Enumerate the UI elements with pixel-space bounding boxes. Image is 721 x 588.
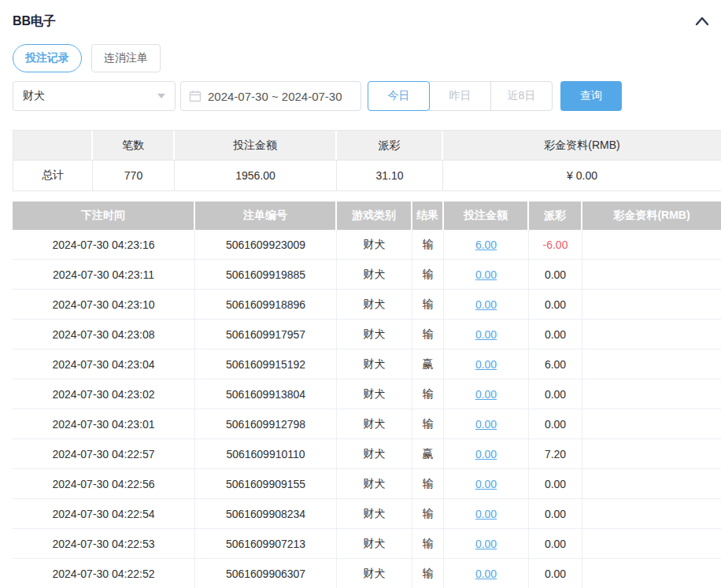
payout-cell: 0.00	[529, 320, 582, 349]
summary-total-bet-amount: 1956.00	[175, 160, 337, 190]
game-type-cell: 财犬	[337, 349, 412, 379]
bet-amount-link[interactable]: 0.00	[475, 388, 497, 401]
bet-amount-link[interactable]: 0.00	[475, 568, 497, 580]
bet-table-body: 2024-07-30 04:23:16 5061609923009 财犬 输 6…	[13, 230, 721, 588]
result-cell: 输	[412, 469, 444, 499]
calendar-icon	[189, 90, 202, 102]
bet-records-panel: BB电子 投注记录 连消注单 财犬 2024-07-30 ~ 2024-07-3…	[0, 0, 721, 588]
header-game-type: 游戏类别	[337, 202, 412, 230]
bet-amount-link[interactable]: 6.00	[475, 239, 497, 251]
bet-time-cell: 2024-07-30 04:22:54	[13, 499, 195, 529]
game-type-cell: 财犬	[337, 320, 412, 349]
game-select[interactable]: 财犬	[13, 81, 176, 111]
bonus-cell	[582, 260, 721, 290]
bet-amount-link[interactable]: 0.00	[475, 508, 497, 520]
bonus-cell	[582, 290, 721, 320]
header-order-number: 注单编号	[195, 202, 337, 230]
page-title: BB电子	[13, 13, 56, 30]
bet-time-cell: 2024-07-30 04:22:52	[13, 559, 195, 588]
tab-bet-records[interactable]: 投注记录	[13, 44, 82, 72]
payout-cell: 0.00	[529, 559, 582, 588]
bet-time-cell: 2024-07-30 04:23:10	[13, 290, 195, 320]
bonus-cell	[582, 529, 721, 559]
bet-time-cell: 2024-07-30 04:23:11	[13, 260, 195, 290]
table-row: 2024-07-30 04:22:53 5061609907213 财犬 输 0…	[13, 529, 721, 559]
summary-header-row: 笔数 投注金额 派彩 彩金资料(RMB)	[13, 131, 721, 160]
collapse-panel-button[interactable]	[694, 15, 710, 28]
result-cell: 输	[412, 559, 444, 588]
bet-amount-cell: 0.00	[444, 409, 529, 439]
game-type-cell: 财犬	[337, 230, 412, 260]
caret-down-icon	[157, 94, 165, 98]
bonus-cell	[582, 379, 721, 409]
payout-cell: 0.00	[529, 409, 582, 439]
bet-amount-link[interactable]: 0.00	[475, 328, 497, 341]
bet-amount-cell: 0.00	[444, 260, 529, 290]
game-type-cell: 财犬	[337, 469, 412, 499]
summary-total-bonus: ¥ 0.00	[443, 160, 721, 190]
bet-amount-link[interactable]: 0.00	[475, 448, 497, 460]
header-bet-amount: 投注金额	[444, 202, 529, 230]
header-result: 结果	[412, 202, 444, 230]
yesterday-button[interactable]: 昨日	[429, 81, 491, 111]
payout-cell: -6.00	[529, 230, 582, 260]
date-range-input[interactable]: 2024-07-30 ~ 2024-07-30	[180, 81, 361, 111]
order-number-cell: 5061609907213	[195, 529, 337, 559]
last-8-days-button[interactable]: 近8日	[490, 81, 553, 111]
payout-cell: 0.00	[529, 529, 582, 559]
bonus-cell	[582, 230, 721, 260]
bet-amount-link[interactable]: 0.00	[475, 478, 497, 490]
bet-amount-cell: 0.00	[444, 320, 529, 349]
bet-amount-link[interactable]: 0.00	[475, 298, 497, 311]
table-row: 2024-07-30 04:22:52 5061609906307 财犬 输 0…	[13, 559, 721, 588]
summary-table: 笔数 投注金额 派彩 彩金资料(RMB) 总计 770 1956.00 31.1…	[13, 130, 721, 191]
bet-amount-cell: 0.00	[444, 290, 529, 320]
bonus-cell	[582, 409, 721, 439]
tab-cancelled-orders[interactable]: 连消注单	[91, 44, 161, 72]
result-cell: 输	[412, 499, 444, 529]
table-row: 2024-07-30 04:23:16 5061609923009 财犬 输 6…	[13, 230, 721, 260]
bet-time-cell: 2024-07-30 04:23:02	[13, 379, 195, 409]
bonus-cell	[582, 320, 721, 349]
bet-amount-link[interactable]: 0.00	[475, 268, 497, 281]
bet-time-cell: 2024-07-30 04:23:16	[13, 230, 195, 260]
bet-amount-link[interactable]: 0.00	[475, 418, 497, 431]
summary-total-payout: 31.10	[337, 160, 443, 190]
filter-bar: 财犬 2024-07-30 ~ 2024-07-30 今日 昨日 近8日 查询	[13, 81, 721, 111]
result-cell: 输	[412, 290, 444, 320]
table-row: 2024-07-30 04:23:04 5061609915192 财犬 赢 0…	[13, 349, 721, 379]
search-button[interactable]: 查询	[560, 81, 622, 111]
header-bonus: 彩金资料(RMB)	[582, 202, 721, 230]
game-type-cell: 财犬	[337, 499, 412, 529]
bet-amount-link[interactable]: 0.00	[475, 538, 497, 550]
order-number-cell: 5061609913804	[195, 379, 337, 409]
table-row: 2024-07-30 04:23:11 5061609919885 财犬 输 0…	[13, 260, 721, 290]
game-select-value: 财犬	[23, 89, 45, 103]
summary-total-count: 770	[93, 160, 175, 190]
game-type-cell: 财犬	[337, 290, 412, 320]
order-number-cell: 5061609915192	[195, 349, 337, 379]
result-cell: 输	[412, 320, 444, 349]
payout-cell: 0.00	[529, 379, 582, 409]
summary-header-bonus: 彩金资料(RMB)	[443, 131, 721, 160]
bet-amount-cell: 0.00	[444, 439, 529, 469]
order-number-cell: 5061609912798	[195, 409, 337, 439]
bet-amount-cell: 0.00	[444, 349, 529, 379]
table-row: 2024-07-30 04:23:02 5061609913804 财犬 输 0…	[13, 379, 721, 409]
chevron-up-icon	[694, 16, 710, 27]
header-payout: 派彩	[529, 202, 582, 230]
bet-time-cell: 2024-07-30 04:22:57	[13, 439, 195, 469]
bet-time-cell: 2024-07-30 04:23:04	[13, 349, 195, 379]
panel-header: BB电子	[13, 0, 721, 31]
today-button[interactable]: 今日	[368, 81, 430, 111]
bet-amount-cell: 0.00	[444, 379, 529, 409]
header-bet-time: 下注时间	[13, 202, 195, 230]
table-row: 2024-07-30 04:23:10 5061609918896 财犬 输 0…	[13, 290, 721, 320]
bonus-cell	[582, 469, 721, 499]
table-row: 2024-07-30 04:23:08 5061609917957 财犬 输 0…	[13, 320, 721, 349]
result-cell: 输	[412, 529, 444, 559]
bet-amount-link[interactable]: 0.00	[475, 358, 497, 371]
game-type-cell: 财犬	[337, 409, 412, 439]
bet-amount-cell: 0.00	[444, 559, 529, 588]
bet-time-cell: 2024-07-30 04:22:53	[13, 529, 195, 559]
